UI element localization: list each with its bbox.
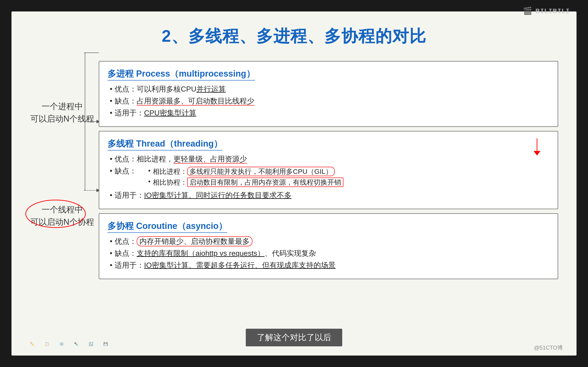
slide-title: 2、多线程、多进程、多协程的对比	[30, 25, 558, 47]
coroutine-item-3-text: 适用于：IO密集型计算、需要超多任务运行、但有现成库支持的场景	[115, 260, 336, 270]
label-process-line1: 一个进程中	[42, 100, 83, 113]
process-item-1: 优点：可以利用多核CPU并行运算	[110, 84, 549, 94]
toolbar-clipboard-icon[interactable]: 📋	[44, 342, 54, 351]
process-title-text: 多进程 Process（multiprocessing）	[107, 69, 255, 78]
watermark-bilibili: 𝗕𝗜𝗟𝗜𝗕𝗜𝗟𝗜	[535, 8, 570, 15]
coroutine-title-text: 多协程 Coroutine（asyncio）	[107, 221, 227, 231]
label-coroutine-line2: 可以启动N个协程	[30, 216, 94, 228]
coroutine-item-1-text: 优点：内存开销最少、启动协程数量最多	[115, 236, 252, 247]
toolbar: ✏️ 📋 ⚙️ ✒️ ↗️ 💾	[30, 342, 112, 351]
slide-container: 2、多线程、多进程、多协程的对比 一个进程中 可以启动N个线程 一个线程中 可以…	[11, 11, 577, 356]
coroutine-item-1: 优点：内存开销最少、启动协程数量最多	[110, 236, 549, 247]
left-labels: 一个进程中 可以启动N个线程 一个线程中 可以启动N个协程	[30, 68, 99, 242]
boxes-area: 多进程 Process（multiprocessing） 优点：可以利用多核CP…	[99, 61, 558, 235]
thread-item-3-text: 适用于：IO密集型计算、同时运行的任务数目要求不多	[115, 190, 292, 200]
coroutine-box: 多协程 Coroutine（asyncio） 优点：内存开销最少、启动协程数量最…	[99, 213, 558, 279]
thread-item-2: 缺点： 相比进程：多线程只能并发执行，不能利用多CPU（GIL） 相比协程：启动…	[110, 166, 549, 189]
thread-title-text: 多线程 Thread（threading）	[107, 139, 222, 148]
thread-sub-item-2: 相比协程：启动数目有限制，占用内存资源，有线程切换开销	[148, 178, 343, 187]
thread-item-3: 适用于：IO密集型计算、同时运行的任务数目要求不多	[110, 190, 549, 200]
coroutine-item-2: 缺点：支持的库有限制（aiohttp vs requests）、代码实现复杂	[110, 248, 549, 259]
watermark-text: 🎬 𝗕𝗜𝗟𝗜𝗕𝗜𝗟𝗜	[523, 6, 570, 15]
process-item-3-text: 适用于：CPU密集型计算	[115, 108, 196, 118]
toolbar-pencil-icon[interactable]: ✏️	[30, 342, 39, 351]
coroutine-item-2-text: 缺点：支持的库有限制（aiohttp vs requests）、代码实现复杂	[115, 248, 316, 259]
thread-sub-2-text: 相比协程：启动数目有限制，占用内存资源，有线程切换开销	[153, 178, 343, 187]
process-box: 多进程 Process（multiprocessing） 优点：可以利用多核CP…	[99, 61, 558, 127]
coroutine-box-title: 多协程 Coroutine（asyncio）	[107, 220, 227, 233]
coroutine-bullet-list: 优点：内存开销最少、启动协程数量最多 缺点：支持的库有限制（aiohttp vs…	[107, 236, 549, 270]
label-group-process: 一个进程中 可以启动N个线程	[30, 100, 94, 125]
process-box-title: 多进程 Process（multiprocessing）	[107, 68, 255, 81]
thread-sub-item-1: 相比进程：多线程只能并发执行，不能利用多CPU（GIL）	[148, 167, 343, 176]
process-item-2: 缺点：占用资源最多、可启动数目比线程少	[110, 96, 549, 106]
process-item-1-text: 优点：可以利用多核CPU并行运算	[115, 84, 226, 94]
label-group-coroutine: 一个线程中 可以启动N个协程	[30, 203, 94, 228]
toolbar-save-icon[interactable]: 💾	[103, 342, 112, 351]
toolbar-gear-icon[interactable]: ⚙️	[59, 342, 69, 351]
thread-item-1: 优点：相比进程，更轻量级、占用资源少	[110, 154, 549, 164]
slide-inner: 2、多线程、多进程、多协程的对比 一个进程中 可以启动N个线程 一个线程中 可以…	[11, 11, 577, 356]
thread-box: 多线程 Thread（threading） 优点：相比进程，更轻量级、占用资源少…	[99, 131, 558, 209]
content-area: 一个进程中 可以启动N个线程 一个线程中 可以启动N个协程	[30, 61, 558, 332]
thread-sub-list: 相比进程：多线程只能并发执行，不能利用多CPU（GIL） 相比协程：启动数目有限…	[139, 167, 343, 189]
toolbar-pen-icon[interactable]: ✒️	[74, 342, 83, 351]
thread-item-1-text: 优点：相比进程，更轻量级、占用资源少	[115, 154, 247, 164]
bottom-banner-text: 了解这个对比了以后	[257, 333, 331, 342]
process-item-3: 适用于：CPU密集型计算	[110, 108, 549, 118]
process-item-2-text: 缺点：占用资源最多、可启动数目比线程少	[115, 96, 254, 106]
bottom-banner: 了解这个对比了以后	[246, 329, 342, 346]
toolbar-arrow-icon[interactable]: ↗️	[89, 342, 98, 351]
label-coroutine-line1: 一个线程中	[42, 203, 83, 216]
thread-item-2-label: 缺点：	[115, 166, 137, 176]
thread-bullet-list: 优点：相比进程，更轻量级、占用资源少 缺点： 相比进程：多线程只能并发执行，不能…	[107, 154, 549, 200]
thread-box-title: 多线程 Thread（threading）	[107, 138, 222, 150]
coroutine-item-3: 适用于：IO密集型计算、需要超多任务运行、但有现成库支持的场景	[110, 260, 549, 270]
label-process-line2: 可以启动N个线程	[30, 113, 94, 125]
footer-watermark: @51CTO博	[534, 344, 563, 351]
process-bullet-list: 优点：可以利用多核CPU并行运算 缺点：占用资源最多、可启动数目比线程少 适用于…	[107, 84, 549, 118]
thread-sub-1-text: 相比进程：多线程只能并发执行，不能利用多CPU（GIL）	[153, 167, 335, 176]
